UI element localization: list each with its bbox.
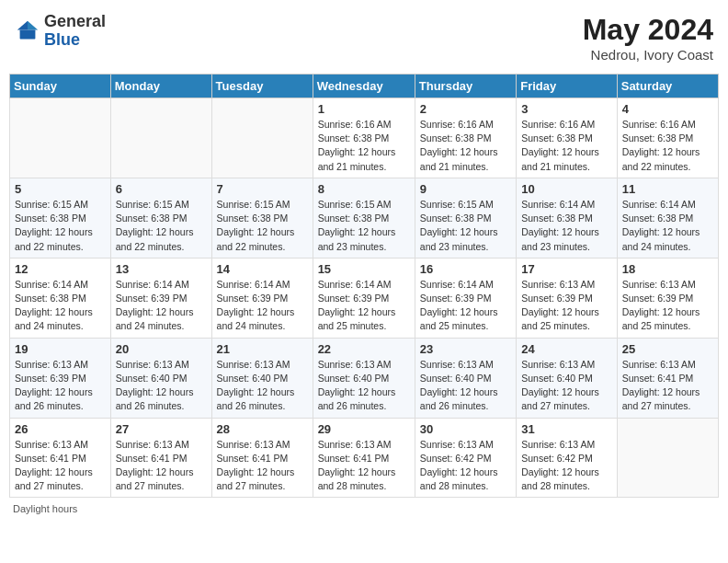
calendar-cell: 4Sunrise: 6:16 AM Sunset: 6:38 PM Daylig… [617, 98, 718, 178]
day-number: 12 [15, 262, 106, 276]
day-number: 30 [420, 422, 511, 436]
day-info: Sunrise: 6:13 AM Sunset: 6:42 PM Dayligh… [521, 438, 612, 494]
day-number: 25 [622, 342, 713, 356]
calendar-cell: 28Sunrise: 6:13 AM Sunset: 6:41 PM Dayli… [211, 418, 313, 498]
footer-note: Daylight hours [9, 503, 719, 514]
day-info: Sunrise: 6:15 AM Sunset: 6:38 PM Dayligh… [15, 198, 106, 254]
calendar-cell: 1Sunrise: 6:16 AM Sunset: 6:38 PM Daylig… [313, 98, 415, 178]
calendar-week-0: 1Sunrise: 6:16 AM Sunset: 6:38 PM Daylig… [10, 98, 719, 178]
calendar-cell: 10Sunrise: 6:14 AM Sunset: 6:38 PM Dayli… [517, 178, 618, 258]
day-number: 2 [420, 102, 511, 116]
calendar-cell [211, 98, 313, 178]
day-info: Sunrise: 6:13 AM Sunset: 6:40 PM Dayligh… [217, 358, 308, 414]
day-info: Sunrise: 6:15 AM Sunset: 6:38 PM Dayligh… [217, 198, 308, 254]
page-header: General Blue May 2024 Nedrou, Ivory Coas… [9, 9, 719, 66]
day-info: Sunrise: 6:14 AM Sunset: 6:38 PM Dayligh… [622, 198, 713, 254]
svg-marker-0 [28, 21, 38, 30]
calendar-cell: 18Sunrise: 6:13 AM Sunset: 6:39 PM Dayli… [617, 258, 718, 338]
calendar-cell: 21Sunrise: 6:13 AM Sunset: 6:40 PM Dayli… [211, 338, 313, 418]
calendar-cell: 24Sunrise: 6:13 AM Sunset: 6:40 PM Dayli… [517, 338, 618, 418]
day-info: Sunrise: 6:14 AM Sunset: 6:39 PM Dayligh… [217, 278, 308, 334]
day-number: 8 [318, 182, 410, 196]
col-header-sunday: Sunday [10, 75, 111, 98]
day-number: 14 [217, 262, 308, 276]
calendar-cell: 29Sunrise: 6:13 AM Sunset: 6:41 PM Dayli… [313, 418, 415, 498]
calendar-cell: 20Sunrise: 6:13 AM Sunset: 6:40 PM Dayli… [110, 338, 211, 418]
day-info: Sunrise: 6:14 AM Sunset: 6:39 PM Dayligh… [116, 278, 207, 334]
day-number: 29 [318, 422, 410, 436]
logo: General Blue [15, 13, 106, 50]
day-number: 11 [622, 182, 713, 196]
day-number: 18 [622, 262, 713, 276]
calendar-cell: 25Sunrise: 6:13 AM Sunset: 6:41 PM Dayli… [617, 338, 718, 418]
calendar-week-4: 26Sunrise: 6:13 AM Sunset: 6:41 PM Dayli… [10, 418, 719, 498]
day-number: 13 [116, 262, 207, 276]
calendar-table: SundayMondayTuesdayWednesdayThursdayFrid… [9, 74, 719, 498]
day-info: Sunrise: 6:13 AM Sunset: 6:41 PM Dayligh… [15, 438, 106, 494]
calendar-cell: 16Sunrise: 6:14 AM Sunset: 6:39 PM Dayli… [415, 258, 516, 338]
day-info: Sunrise: 6:16 AM Sunset: 6:38 PM Dayligh… [318, 118, 410, 174]
calendar-cell: 6Sunrise: 6:15 AM Sunset: 6:38 PM Daylig… [110, 178, 211, 258]
col-header-monday: Monday [110, 75, 211, 98]
day-number: 3 [521, 102, 612, 116]
calendar-cell: 7Sunrise: 6:15 AM Sunset: 6:38 PM Daylig… [211, 178, 313, 258]
day-number: 19 [15, 342, 106, 356]
calendar-title: May 2024 [583, 13, 713, 47]
day-info: Sunrise: 6:15 AM Sunset: 6:38 PM Dayligh… [116, 198, 207, 254]
day-number: 17 [521, 262, 612, 276]
day-info: Sunrise: 6:13 AM Sunset: 6:41 PM Dayligh… [622, 358, 713, 414]
col-header-wednesday: Wednesday [313, 75, 415, 98]
day-info: Sunrise: 6:13 AM Sunset: 6:41 PM Dayligh… [116, 438, 207, 494]
calendar-cell: 22Sunrise: 6:13 AM Sunset: 6:40 PM Dayli… [313, 338, 415, 418]
day-number: 31 [521, 422, 612, 436]
title-block: May 2024 Nedrou, Ivory Coast [583, 13, 713, 63]
col-header-thursday: Thursday [415, 75, 516, 98]
day-number: 5 [15, 182, 106, 196]
col-header-saturday: Saturday [617, 75, 718, 98]
calendar-cell: 31Sunrise: 6:13 AM Sunset: 6:42 PM Dayli… [517, 418, 618, 498]
day-number: 23 [420, 342, 511, 356]
svg-marker-1 [17, 21, 28, 30]
day-number: 6 [116, 182, 207, 196]
day-info: Sunrise: 6:14 AM Sunset: 6:38 PM Dayligh… [15, 278, 106, 334]
day-number: 10 [521, 182, 612, 196]
day-number: 9 [420, 182, 511, 196]
day-info: Sunrise: 6:14 AM Sunset: 6:38 PM Dayligh… [521, 198, 612, 254]
day-header-row: SundayMondayTuesdayWednesdayThursdayFrid… [10, 75, 719, 98]
logo-blue-text: Blue [44, 31, 106, 50]
calendar-week-2: 12Sunrise: 6:14 AM Sunset: 6:38 PM Dayli… [10, 258, 719, 338]
calendar-cell: 19Sunrise: 6:13 AM Sunset: 6:39 PM Dayli… [10, 338, 111, 418]
day-number: 16 [420, 262, 511, 276]
day-number: 4 [622, 102, 713, 116]
day-info: Sunrise: 6:16 AM Sunset: 6:38 PM Dayligh… [521, 118, 612, 174]
day-info: Sunrise: 6:16 AM Sunset: 6:38 PM Dayligh… [622, 118, 713, 174]
day-info: Sunrise: 6:13 AM Sunset: 6:42 PM Dayligh… [420, 438, 511, 494]
calendar-cell: 8Sunrise: 6:15 AM Sunset: 6:38 PM Daylig… [313, 178, 415, 258]
day-number: 7 [217, 182, 308, 196]
calendar-cell: 12Sunrise: 6:14 AM Sunset: 6:38 PM Dayli… [10, 258, 111, 338]
calendar-cell [617, 418, 718, 498]
calendar-cell: 9Sunrise: 6:15 AM Sunset: 6:38 PM Daylig… [415, 178, 516, 258]
col-header-tuesday: Tuesday [211, 75, 313, 98]
day-info: Sunrise: 6:13 AM Sunset: 6:40 PM Dayligh… [420, 358, 511, 414]
calendar-cell: 26Sunrise: 6:13 AM Sunset: 6:41 PM Dayli… [10, 418, 111, 498]
day-number: 20 [116, 342, 207, 356]
calendar-cell: 14Sunrise: 6:14 AM Sunset: 6:39 PM Dayli… [211, 258, 313, 338]
calendar-cell: 27Sunrise: 6:13 AM Sunset: 6:41 PM Dayli… [110, 418, 211, 498]
day-number: 27 [116, 422, 207, 436]
calendar-cell: 23Sunrise: 6:13 AM Sunset: 6:40 PM Dayli… [415, 338, 516, 418]
calendar-cell: 5Sunrise: 6:15 AM Sunset: 6:38 PM Daylig… [10, 178, 111, 258]
day-info: Sunrise: 6:13 AM Sunset: 6:41 PM Dayligh… [217, 438, 308, 494]
logo-icon [15, 18, 40, 44]
day-info: Sunrise: 6:13 AM Sunset: 6:40 PM Dayligh… [521, 358, 612, 414]
day-info: Sunrise: 6:15 AM Sunset: 6:38 PM Dayligh… [318, 198, 410, 254]
col-header-friday: Friday [517, 75, 618, 98]
day-info: Sunrise: 6:15 AM Sunset: 6:38 PM Dayligh… [420, 198, 511, 254]
logo-general-text: General [44, 13, 106, 31]
logo-text: General Blue [44, 13, 106, 50]
day-info: Sunrise: 6:14 AM Sunset: 6:39 PM Dayligh… [318, 278, 410, 334]
day-number: 21 [217, 342, 308, 356]
calendar-cell: 3Sunrise: 6:16 AM Sunset: 6:38 PM Daylig… [517, 98, 618, 178]
day-number: 26 [15, 422, 106, 436]
day-info: Sunrise: 6:13 AM Sunset: 6:39 PM Dayligh… [15, 358, 106, 414]
